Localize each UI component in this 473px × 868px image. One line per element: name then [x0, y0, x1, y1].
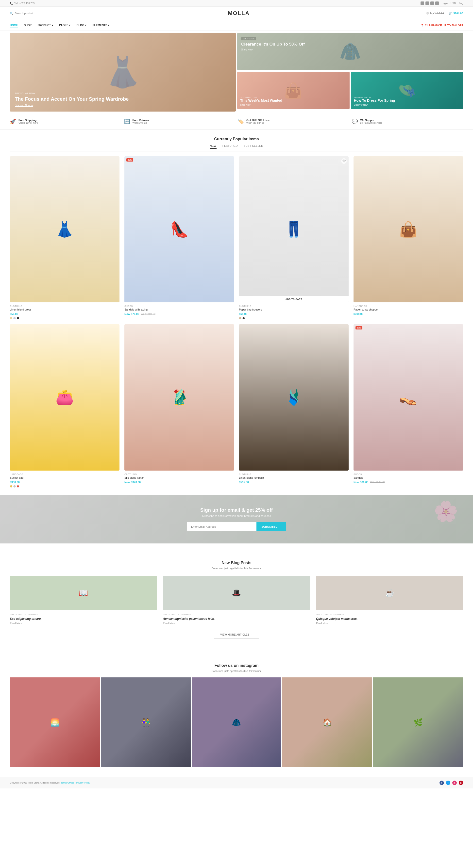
- footer-copyright: Copyright © 2018 Molla Store. All Rights…: [10, 781, 90, 784]
- blog-read-more-link[interactable]: Read More: [163, 622, 310, 625]
- color-dot[interactable]: [17, 485, 19, 488]
- product-name[interactable]: Silk-blend kaftan: [124, 476, 234, 479]
- blog-date: Nov 20, 2018 • 4 Comments: [163, 613, 310, 616]
- feature-discount-title: Get 20% Off 1 Item: [246, 119, 270, 122]
- color-dot[interactable]: [239, 317, 241, 319]
- instagram-photo[interactable]: 🧥: [192, 677, 282, 767]
- header: 🔍 MOLLA 🤍 My Wishlist 🛒 $164.00: [0, 7, 473, 20]
- search-bar[interactable]: 🔍: [10, 12, 52, 15]
- instagram-photo[interactable]: 👫: [101, 677, 191, 767]
- pinterest-icon[interactable]: [435, 1, 439, 5]
- product-price: $50.00: [10, 312, 18, 315]
- footer-pinterest-icon[interactable]: p: [459, 781, 463, 785]
- product-name[interactable]: Paper bag trousers: [239, 308, 349, 311]
- blog-date: Nov 20, 2018 • 2 Comments: [10, 613, 157, 616]
- wishlist-icon[interactable]: 🤍: [341, 158, 347, 164]
- instagram-photo[interactable]: 🌅: [10, 677, 100, 767]
- color-dot[interactable]: [13, 485, 16, 488]
- hero-main-banner[interactable]: 👗 TRENDING NOW The Focus and Accent On Y…: [10, 33, 236, 112]
- clearance-link[interactable]: Shop Now →: [241, 48, 459, 51]
- color-swatches: [10, 485, 119, 488]
- tab-featured[interactable]: FEATURED: [223, 143, 238, 149]
- nav-product[interactable]: PRODUCT ▾: [37, 23, 53, 28]
- top-bar: 📞 Call: +023 456 789 Login USD Eng: [0, 0, 473, 7]
- nav-blog[interactable]: BLOG ▾: [77, 23, 86, 28]
- instagram-subtitle: Donec nec justo eget felis facilisis fer…: [10, 670, 463, 673]
- pink-link[interactable]: Shop Now: [240, 104, 282, 106]
- hero-pink-banner[interactable]: 👜 YOU MIGHT LOVE This Week's Most Wanted…: [237, 72, 350, 109]
- login-link[interactable]: Login: [442, 2, 448, 5]
- hero-main-content: TRENDING NOW The Focus and Accent On You…: [10, 87, 134, 112]
- instagram-icon[interactable]: [431, 1, 434, 5]
- instagram-photo[interactable]: 🌿: [373, 677, 463, 767]
- product-name[interactable]: Linen-blend jumpsuit: [239, 476, 349, 479]
- nav-promo: 📍 CLEARANCE UP TO 50% OFF: [420, 24, 463, 27]
- product-name[interactable]: Sandals with lacing: [124, 308, 234, 311]
- privacy-link[interactable]: Privacy Policy: [76, 781, 90, 784]
- terms-link[interactable]: Terms Of Use: [61, 781, 75, 784]
- nav-elements[interactable]: ELEMENTS ▾: [92, 23, 109, 28]
- teal-link[interactable]: Discover Now →: [354, 104, 395, 106]
- product-price: $595.00: [239, 480, 249, 484]
- wishlist-label: My Wishlist: [431, 12, 444, 15]
- feature-support-text: We Support 24/7 amazing services: [360, 119, 383, 124]
- product-card: Sale 👠 ADD TO CART SHOES Sandals with la…: [124, 156, 234, 319]
- footer-instagram-icon[interactable]: in: [452, 781, 457, 785]
- instagram-photo[interactable]: 🏠: [282, 677, 372, 767]
- feature-returns: 🔄 Free Returns Within 30 days: [124, 119, 236, 124]
- product-card: 🩱 ADD TO CART CLOTHING Linen-blend jumps…: [239, 324, 349, 487]
- currency-select[interactable]: USD: [451, 2, 456, 5]
- hero-clearance-banner[interactable]: 🧥 CLEARANCE Clearance It's On Up To 50% …: [237, 33, 463, 70]
- footer-twitter-icon[interactable]: t: [446, 781, 450, 785]
- nav-home[interactable]: HOME: [10, 23, 18, 28]
- product-category: HANDBAGS: [10, 473, 119, 475]
- facebook-icon[interactable]: [420, 1, 424, 5]
- wishlist-button[interactable]: 🤍 My Wishlist: [426, 12, 444, 15]
- product-image-wrap: 🥻 ADD TO CART: [124, 324, 234, 470]
- feature-support-title: We Support: [360, 119, 383, 122]
- language-select[interactable]: Eng: [459, 2, 463, 5]
- view-more-articles-button[interactable]: VIEW MORE ARTICLES →: [214, 631, 259, 639]
- feature-support-desc: 24/7 amazing services: [360, 122, 383, 124]
- product-name[interactable]: Bucket bag: [10, 476, 119, 479]
- add-to-cart-button[interactable]: ADD TO CART: [239, 296, 349, 302]
- color-dot[interactable]: [10, 317, 12, 319]
- product-name[interactable]: Paper straw shopper: [354, 308, 463, 311]
- newsletter-email-input[interactable]: [187, 522, 257, 531]
- blog-read-more-link[interactable]: Read More: [10, 622, 157, 625]
- cart-button[interactable]: 🛒 $164.00: [449, 12, 463, 15]
- feature-returns-title: Free Returns: [132, 119, 149, 122]
- twitter-icon[interactable]: [425, 1, 429, 5]
- color-dot[interactable]: [13, 317, 16, 319]
- color-dot[interactable]: [242, 317, 245, 319]
- product-image: 👖: [285, 221, 303, 238]
- hero-main-tag: TRENDING NOW: [15, 92, 128, 95]
- feature-support: 💬 We Support 24/7 amazing services: [352, 119, 464, 124]
- tab-new[interactable]: NEW: [210, 143, 216, 149]
- product-name[interactable]: Linen-blend dress: [10, 308, 119, 311]
- product-card: 👗 ADD TO CART CLOTHING Linen-blend dress…: [10, 156, 119, 319]
- product-name[interactable]: Sandals: [354, 476, 463, 479]
- newsletter-title: Sign up for email & get 25% off: [10, 507, 463, 513]
- phone-icon: 📞: [10, 2, 13, 5]
- features-bar: 🚀 Free Shipping Orders $50 or more 🔄 Fre…: [0, 114, 473, 129]
- color-dot[interactable]: [10, 485, 12, 488]
- newsletter-form: SUBSCRIBE →: [187, 522, 286, 531]
- newsletter-subscribe-button[interactable]: SUBSCRIBE →: [257, 522, 286, 531]
- top-bar-right: Login USD Eng: [420, 1, 463, 5]
- search-input[interactable]: [15, 12, 52, 15]
- blog-read-more-link[interactable]: Read More: [316, 622, 463, 625]
- product-price: Now $370.00: [124, 480, 141, 484]
- instagram-grid: 🌅 👫 🧥 🏠 🌿: [10, 677, 463, 767]
- nav-shop[interactable]: SHOP: [24, 23, 32, 28]
- clearance-title: Clearance It's On Up To 50% Off: [241, 42, 459, 47]
- teal-tag: THE NEW PRETTY: [354, 96, 395, 98]
- tab-bestseller[interactable]: BEST SELLER: [244, 143, 263, 149]
- product-tabs: NEW FEATURED BEST SELLER: [10, 143, 463, 151]
- nav-pages[interactable]: PAGES ▾: [59, 23, 71, 28]
- color-dot[interactable]: [17, 317, 19, 319]
- footer-facebook-icon[interactable]: f: [440, 781, 444, 785]
- hero-teal-banner[interactable]: 👒 THE NEW PRETTY How To Dress For Spring…: [351, 72, 464, 109]
- social-icons-top: [420, 1, 439, 5]
- hero-main-link[interactable]: Discover Now →: [15, 104, 128, 106]
